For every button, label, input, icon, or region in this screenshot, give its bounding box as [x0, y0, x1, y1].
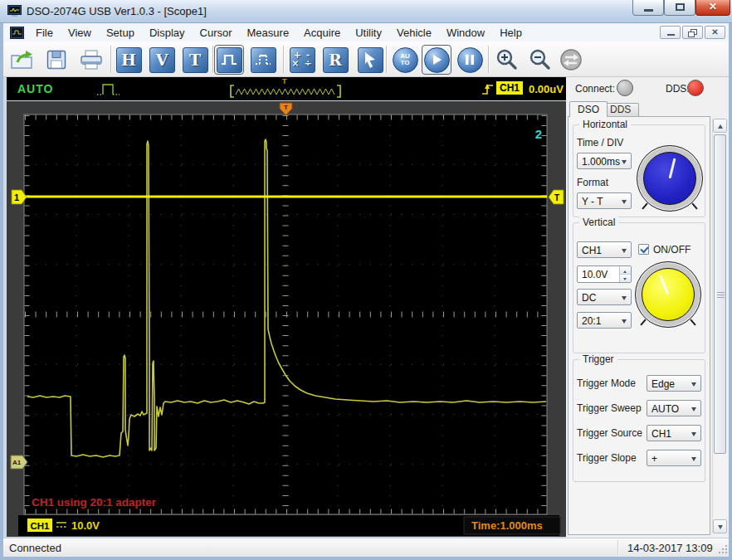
- time-div-select[interactable]: 1.000ms: [577, 153, 632, 169]
- menu-utility[interactable]: Utility: [348, 25, 389, 41]
- acquisition-strip: AUTO T CH1 0.00uV: [7, 77, 566, 100]
- scope-display[interactable]: 1 T T A1 2 CH1 using 20:1 adapter CH1 10…: [7, 101, 566, 537]
- zoom-in-button[interactable]: [491, 45, 521, 75]
- pause-button[interactable]: [455, 45, 485, 75]
- ch1-marker-label: 1: [14, 192, 19, 202]
- print-button[interactable]: [76, 45, 106, 75]
- trigger-channel-badge: CH1: [496, 81, 523, 95]
- trigger-group-title: Trigger: [579, 353, 617, 365]
- app-window: DSO-2074G USB Ver1.0.3 - [Scope1] ✕ File…: [0, 0, 732, 560]
- menu-view[interactable]: View: [61, 25, 99, 41]
- reference-button[interactable]: R: [320, 45, 350, 75]
- maximize-icon: [676, 3, 685, 11]
- pulse-preview-icon: [96, 80, 126, 98]
- run-button[interactable]: [422, 45, 451, 75]
- window-maximize-button[interactable]: [664, 0, 695, 16]
- cursor-tool-button[interactable]: [355, 45, 385, 75]
- toolbar-separator: [488, 46, 489, 73]
- record-window-preview[interactable]: T: [229, 77, 342, 100]
- menu-cursor[interactable]: Cursor: [193, 25, 240, 41]
- chevron-down-icon: [622, 200, 627, 207]
- menu-display[interactable]: Display: [142, 25, 193, 41]
- window-close-button[interactable]: ✕: [695, 0, 730, 16]
- volts-div-stepper[interactable]: 10.0V: [577, 265, 632, 283]
- horizontal-group-title: Horizontal: [579, 119, 631, 130]
- onoff-checkbox[interactable]: [638, 244, 649, 255]
- chevron-down-icon: [622, 249, 627, 256]
- chevron-down-icon: [691, 457, 696, 464]
- trigger-mode-label: Trigger Mode: [577, 377, 636, 389]
- vertical-group-title: Vertical: [579, 217, 618, 228]
- pulse-dashed-icon: [251, 47, 276, 73]
- scrollbar-thumb[interactable]: [714, 134, 726, 454]
- probe-select[interactable]: 20:1: [577, 312, 632, 329]
- channel-select[interactable]: CH1: [577, 241, 632, 258]
- menu-help[interactable]: Help: [492, 25, 529, 41]
- menu-bar: File View Setup Display Cursor Measure A…: [3, 23, 729, 41]
- trigger-slope-select[interactable]: +: [647, 450, 701, 466]
- datetime-display: 14-03-2017 13:09: [627, 542, 713, 554]
- menu-setup[interactable]: Setup: [99, 25, 142, 41]
- stepper-up-button[interactable]: [620, 266, 631, 275]
- scroll-up-button[interactable]: [713, 119, 727, 133]
- tab-dso[interactable]: DSO: [569, 101, 608, 117]
- status-bar: Connected 14-03-2017 13:09: [3, 538, 729, 557]
- menu-window[interactable]: Window: [439, 25, 492, 41]
- ch1-scale-value: 10.0V: [71, 519, 100, 532]
- connection-status: Connected: [9, 542, 61, 554]
- stepper-down-button[interactable]: [620, 275, 631, 283]
- vertical-system-button[interactable]: V: [147, 45, 177, 75]
- menu-acquire[interactable]: Acquire: [296, 25, 348, 41]
- mdi-minimize-button[interactable]: [660, 26, 681, 39]
- format-select[interactable]: Y - T: [577, 192, 632, 209]
- menu-measure[interactable]: Measure: [240, 25, 297, 41]
- time-scale-value: Time:1.000ms: [471, 519, 543, 532]
- window-minimize-button[interactable]: [632, 0, 664, 16]
- horizontal-position-knob[interactable]: [637, 145, 703, 212]
- trigger-level-value: 0.00uV: [529, 83, 564, 95]
- vertical-position-knob[interactable]: [635, 261, 701, 328]
- swap-button[interactable]: [556, 45, 586, 75]
- trigger-sweep-select[interactable]: AUTO: [647, 400, 701, 416]
- pulse-mode-button[interactable]: [214, 45, 244, 75]
- zoom-out-button[interactable]: [525, 45, 554, 75]
- cursor-arrow-icon: [358, 47, 383, 73]
- trigger-system-button[interactable]: T: [180, 45, 210, 75]
- resize-grip[interactable]: [717, 545, 727, 555]
- print-icon: [80, 50, 103, 70]
- coupling-select[interactable]: DC: [577, 289, 632, 305]
- mdi-close-button[interactable]: ✕: [705, 26, 725, 39]
- open-button[interactable]: [7, 45, 37, 75]
- chevron-up-icon: [623, 269, 627, 273]
- ch2-indicator: 2: [535, 127, 542, 141]
- format-label: Format: [577, 177, 608, 188]
- mdi-restore-button[interactable]: [682, 26, 703, 39]
- vertical-group: Vertical CH1 ON/OFF 10.0V DC 20:1: [573, 222, 705, 353]
- autoset-button[interactable]: AUTO: [390, 45, 420, 75]
- toolbar-separator: [110, 46, 111, 73]
- trigger-source-select[interactable]: CH1: [647, 425, 701, 441]
- connect-label: Connect:: [575, 83, 615, 95]
- chevron-down-icon: [691, 382, 696, 389]
- statusbar-separator: [617, 540, 618, 555]
- scroll-down-button[interactable]: [713, 519, 727, 533]
- save-button[interactable]: [41, 45, 71, 75]
- title-bar: DSO-2074G USB Ver1.0.3 - [Scope1] ✕: [0, 0, 732, 23]
- panel-scrollbar[interactable]: [712, 119, 727, 533]
- trigger-mode-select[interactable]: Edge: [647, 375, 701, 392]
- chevron-down-icon: [691, 407, 696, 414]
- app-icon: [7, 5, 22, 17]
- swap-arrows-icon: [559, 48, 583, 71]
- menu-file[interactable]: File: [28, 25, 61, 41]
- menu-vehicle[interactable]: Vehicle: [389, 25, 439, 41]
- horizontal-system-button[interactable]: H: [114, 45, 144, 75]
- pulse-dashed-mode-button[interactable]: [248, 45, 278, 75]
- scope-document-icon[interactable]: [10, 27, 24, 39]
- math-button[interactable]: + -× ÷: [287, 45, 317, 75]
- connect-led: [617, 80, 633, 96]
- trigger-position-marker-label: T: [284, 104, 288, 111]
- toolbar: H V T + -× ÷ R: [3, 41, 729, 77]
- trigger-sweep-label: Trigger Sweep: [577, 402, 642, 414]
- play-icon: [424, 47, 450, 73]
- chevron-down-icon: [622, 160, 627, 167]
